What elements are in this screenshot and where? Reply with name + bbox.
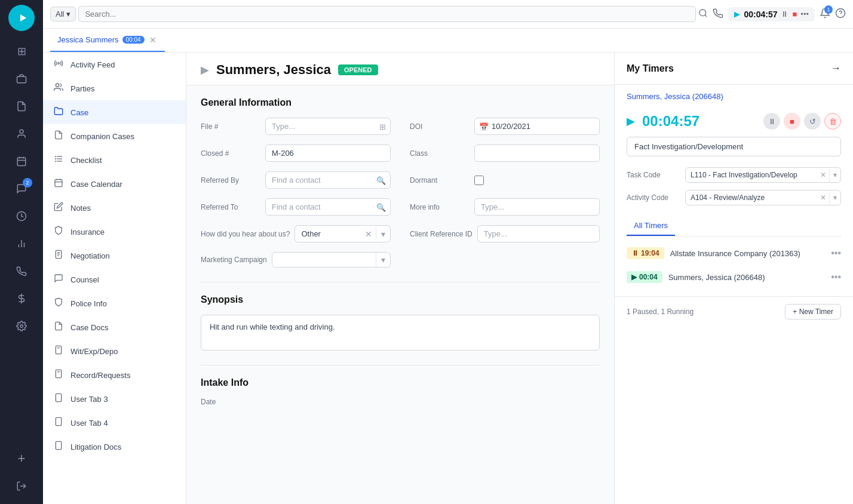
svg-point-2 [20,130,23,133]
timers-panel-arrow[interactable]: → [830,62,841,75]
collapse-arrow-icon[interactable]: ▶ [201,63,209,76]
play-indicator: ▶ [631,273,637,281]
activity-code-arrow-icon[interactable]: ▾ [829,191,840,204]
pause-topbar-icon[interactable]: ⏸ [781,10,788,19]
right-panel: My Timers → Summers, Jessica (206648) ▶ … [614,53,853,504]
synopsis-title: Synopsis [201,294,600,305]
timer-list-more-1[interactable]: ••• [831,272,841,282]
timer-list-item-1[interactable]: ▶ 00:04 Summers, Jessica (206648) ••• [615,265,853,289]
how-hear-select[interactable]: Other ✕ ▾ [294,225,391,242]
class-input[interactable] [474,145,600,162]
dormant-checkbox[interactable] [474,176,484,185]
file-input[interactable] [265,118,391,135]
client-ref-label: Client Reference ID [410,230,472,238]
sidebar-item-case-docs[interactable]: Case Docs [43,315,186,339]
timer-list-item-0[interactable]: ⏸ 19:04 Allstate Insurance Company (2013… [615,241,853,265]
sidebar-item-litigation-docs[interactable]: Litigation Docs [43,435,186,459]
sidebar-item-case[interactable]: Case [43,100,186,124]
chart-icon[interactable] [8,231,35,257]
client-ref-input[interactable] [477,225,600,242]
sidebar-item-insurance[interactable]: Insurance [43,220,186,244]
settings-icon[interactable] [8,313,35,339]
task-code-select[interactable]: L110 - Fact Investigation/Develop ✕ ▾ [685,167,841,183]
timer-play-icon[interactable]: ▶ [627,115,635,128]
exit-icon[interactable] [8,473,35,499]
more-info-label: More info [410,203,470,211]
timer-badge-running: ▶ 00:04 [627,271,662,283]
activity-code-select[interactable]: A104 - Review/Analyze ✕ ▾ [685,190,841,205]
sidebar-item-notes[interactable]: Notes [43,196,186,220]
how-hear-arrow-icon[interactable]: ▾ [376,227,390,241]
sidebar-item-activity-feed[interactable]: Activity Feed [43,53,186,76]
tab-jessica-summers[interactable]: Jessica Summers 00:04 ✕ [50,29,165,52]
more-topbar-icon[interactable]: ••• [800,10,809,19]
search-filter-dropdown[interactable]: All ▾ [50,7,76,21]
svg-rect-23 [55,180,62,187]
top-bar: All ▾ ▶ 00:04:57 ⏸ ■ ••• 1 [43,0,853,29]
svg-point-18 [58,63,60,64]
sidebar-item-checklist[interactable]: Checklist [43,148,186,172]
phone-topbar-icon[interactable] [713,8,723,20]
marketing-arrow-icon[interactable]: ▾ [376,253,390,267]
new-timer-button[interactable]: + New Timer [785,304,841,319]
doi-input[interactable] [474,118,600,135]
chat-icon[interactable]: 2 [8,176,35,202]
sidebar-item-wit-exp-depo[interactable]: Wit/Exp/Depo [43,339,186,363]
record-requests-icon [53,369,65,381]
add-icon[interactable]: + [8,445,35,472]
help-icon[interactable] [835,8,846,20]
svg-point-19 [56,84,59,87]
sidebar-item-record-requests[interactable]: Record/Requests [43,363,186,387]
sidebar-item-counsel[interactable]: Counsel [43,268,186,291]
timer-pause-button[interactable]: ⏸ [763,113,780,130]
sidebar-item-case-calendar[interactable]: Case Calendar [43,172,186,196]
timer-case-link[interactable]: Summers, Jessica (206648) [615,85,853,108]
icon-bar: ⊞ 2 + [0,0,43,504]
timer-delete-button[interactable]: 🗑 [824,113,841,130]
dollar-icon[interactable] [8,285,35,312]
synopsis-text[interactable]: Hit and run while texting and driving. [201,315,600,351]
sidebar-item-user-tab-3[interactable]: User Tab 3 [43,387,186,411]
svg-marker-0 [20,14,26,21]
tab-all-timers[interactable]: All Timers [627,216,675,236]
timer-list-more-0[interactable]: ••• [831,248,841,259]
clock-icon[interactable] [8,203,35,229]
timer-description[interactable]: Fact Investigation/Development [627,137,841,156]
closed-input[interactable] [265,145,391,162]
timers-panel-title: My Timers [627,63,674,74]
task-code-arrow-icon[interactable]: ▾ [829,168,840,182]
marketing-select[interactable]: ▾ [272,252,391,268]
document-icon[interactable] [8,93,35,119]
how-hear-clear-icon[interactable]: ✕ [361,227,376,241]
referred-to-input[interactable] [265,198,391,216]
sidebar-item-parties[interactable]: Parties [43,76,186,100]
sidebar-item-companion-cases[interactable]: Companion Cases [43,124,186,148]
notification-bell[interactable]: 1 [820,8,830,20]
sidebar-item-police-info[interactable]: Police Info [43,291,186,315]
grid-icon[interactable]: ⊞ [8,38,35,64]
phone-icon[interactable] [8,258,35,284]
person-icon[interactable] [8,121,35,147]
timer-refresh-button[interactable]: ↺ [804,113,821,130]
briefcase-icon[interactable] [8,66,35,92]
calendar-icon[interactable] [8,148,35,174]
more-info-input[interactable] [474,198,600,216]
sidebar-item-negotiation[interactable]: Negotiation [43,244,186,268]
class-field-row: Class [410,145,600,162]
tab-close-icon[interactable]: ✕ [148,34,158,46]
activity-code-clear-icon[interactable]: ✕ [817,191,829,204]
stop-topbar-icon[interactable]: ■ [792,10,797,19]
sidebar-label-user-tab-4: User Tab 4 [70,419,108,428]
sidebar-label-wit-exp-depo: Wit/Exp/Depo [70,347,118,356]
search-icon[interactable] [698,8,708,20]
search-input[interactable] [78,6,696,22]
file-field-row: File # ⊞ [201,118,391,135]
sidebar-item-user-tab-4[interactable]: User Tab 4 [43,411,186,435]
closed-field-row: Closed # [201,145,391,162]
topbar-timer[interactable]: ▶ 00:04:57 ⏸ ■ ••• [728,7,815,21]
task-code-clear-icon[interactable]: ✕ [817,168,829,182]
referred-by-input[interactable] [265,171,391,189]
timer-stop-button[interactable]: ■ [784,113,800,130]
sidebar-label-record-requests: Record/Requests [70,371,130,380]
play-button[interactable] [8,5,35,31]
